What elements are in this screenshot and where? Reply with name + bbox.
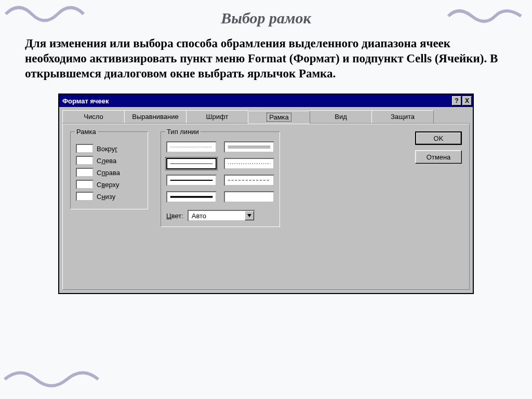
right-border-label: Справа: [97, 169, 120, 177]
top-border-button[interactable]: [76, 180, 94, 189]
line-style-dotted[interactable]: [166, 141, 217, 153]
line-style-medium[interactable]: [166, 175, 217, 186]
tab-view[interactable]: Вид: [310, 110, 372, 123]
line-type-group: Тип линии: [161, 131, 280, 227]
line-style-thick[interactable]: [166, 191, 217, 203]
left-border-button[interactable]: [76, 156, 94, 165]
tab-alignment[interactable]: Выравнивание: [124, 110, 187, 123]
tab-number[interactable]: Число: [62, 110, 125, 123]
tab-strip: Число Выравнивание Шрифт Рамка Вид Защит…: [62, 110, 470, 124]
line-style-thin[interactable]: [166, 158, 217, 169]
tab-font[interactable]: Шрифт: [186, 110, 248, 123]
slide-body-text: Для изменения или выбора способа обрамле…: [25, 36, 507, 81]
svg-marker-8: [247, 214, 251, 217]
close-icon: X: [465, 98, 469, 104]
outline-border-label: Вокруг: [97, 145, 117, 153]
bottom-border-label: Снизу: [97, 193, 115, 201]
right-border-button[interactable]: [76, 168, 94, 177]
tab-label: Вид: [335, 113, 347, 121]
color-dropdown-value: Авто: [189, 212, 245, 220]
help-button[interactable]: ?: [452, 96, 461, 105]
bottom-border-button[interactable]: [76, 192, 94, 201]
top-border-label: Сверху: [97, 181, 119, 189]
tab-label: Число: [84, 113, 103, 121]
tab-panel-border: Рамка Вокруг Слева Справа: [62, 124, 470, 290]
tab-label: Защита: [391, 113, 415, 121]
left-border-label: Слева: [97, 157, 116, 165]
color-dropdown[interactable]: Авто: [188, 210, 255, 221]
dialog-title: Формат ячеек: [62, 97, 109, 105]
line-style-double-thin[interactable]: [224, 141, 274, 153]
tab-label: Рамка: [267, 113, 291, 121]
tab-protection[interactable]: Защита: [371, 110, 434, 123]
line-style-none[interactable]: [224, 191, 274, 203]
dialog-titlebar[interactable]: Формат ячеек ? X: [59, 95, 473, 107]
tab-label: Шрифт: [206, 113, 229, 121]
chevron-down-icon[interactable]: [245, 211, 254, 220]
border-group: Рамка Вокруг Слева Справа: [70, 131, 148, 209]
tab-label: Выравнивание: [132, 113, 178, 121]
line-type-legend: Тип линии: [165, 128, 201, 136]
question-icon: ?: [455, 98, 458, 104]
border-group-legend: Рамка: [75, 128, 98, 136]
cancel-button[interactable]: Отмена: [415, 150, 462, 164]
tab-border[interactable]: Рамка: [248, 111, 310, 124]
close-button[interactable]: X: [462, 96, 472, 105]
ok-button[interactable]: OK: [415, 131, 462, 145]
line-style-dashed[interactable]: [224, 175, 274, 186]
color-label: Цвет:: [166, 212, 183, 220]
line-style-fine-dots[interactable]: [224, 158, 274, 169]
outline-border-button[interactable]: [76, 144, 94, 153]
format-cells-dialog: Формат ячеек ? X Число Выравнивание Шриф…: [58, 94, 474, 294]
